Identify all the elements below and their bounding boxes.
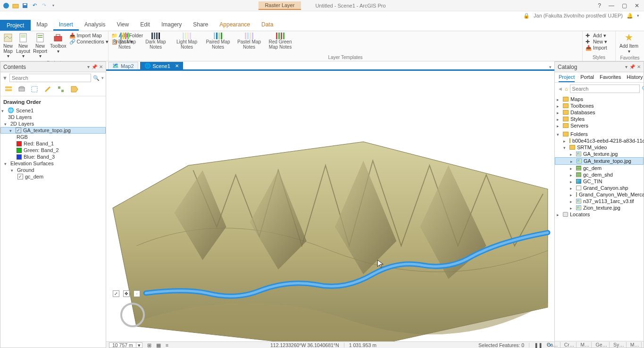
tab-insert[interactable]: Insert: [53, 20, 79, 31]
pin-icon[interactable]: 📌: [629, 64, 635, 69]
catalog-node-styles[interactable]: Styles: [555, 116, 644, 122]
gc-dem-checkbox[interactable]: ✓: [17, 174, 23, 179]
list-by-label-icon[interactable]: [70, 85, 79, 93]
scene-node[interactable]: 🌐Scene1: [0, 107, 106, 114]
catalog-file[interactable]: n37_w113_1arc_v3.tif: [555, 198, 644, 204]
close-icon[interactable]: ✕: [635, 2, 639, 9]
tab-map[interactable]: Map: [31, 20, 53, 31]
tab-view[interactable]: View: [111, 20, 134, 31]
catalog-tab-history[interactable]: History: [627, 74, 643, 82]
catalog-search-input[interactable]: [570, 85, 640, 93]
open-icon[interactable]: [12, 2, 19, 9]
srtm-folder-node[interactable]: SRTM_video: [555, 144, 644, 151]
new-report-button[interactable]: New Report ▾: [33, 33, 47, 59]
toolbox-button[interactable]: Toolbox ▾: [50, 33, 66, 54]
catalog-tab-portal[interactable]: Portal: [580, 74, 594, 82]
add-item-button[interactable]: ★Add Item ▾: [619, 33, 639, 54]
close-tab-icon[interactable]: ✕: [175, 63, 179, 68]
catalog-file[interactable]: Grand_Canyon_Web_Mercator.shp: [555, 191, 644, 198]
catalog-file[interactable]: GC_TIN: [555, 178, 644, 185]
view-tab-scene1[interactable]: 🌐Scene1✕: [140, 62, 183, 69]
view-tabs-menu-icon[interactable]: ▾: [546, 65, 554, 69]
map-notes-bright-map-notes[interactable]: Bright Map Notes: [111, 33, 138, 50]
map-notes-paired-map-notes[interactable]: Paired Map Notes: [205, 33, 231, 50]
view-tab-map2[interactable]: 🗺️Map2: [108, 62, 138, 69]
save-icon[interactable]: [22, 2, 28, 9]
catalog-tab-favorites[interactable]: Favorites: [600, 74, 621, 82]
tab-data[interactable]: Data: [256, 20, 279, 31]
catalog-node-toolboxes[interactable]: Toolboxes: [555, 102, 644, 109]
qat-customize-icon[interactable]: ▾: [50, 2, 57, 9]
tab-edit[interactable]: Edit: [134, 20, 156, 31]
catalog-file[interactable]: Grand_Canyon.shp: [555, 185, 644, 191]
tab-analysis[interactable]: Analysis: [79, 20, 111, 31]
close-panel-icon[interactable]: ✕: [637, 64, 641, 69]
tab-appearance[interactable]: Appearance: [214, 20, 256, 31]
tab-share[interactable]: Share: [187, 20, 214, 31]
map-notes-pastel-map-notes[interactable]: Pastel Map Notes: [236, 33, 262, 50]
styles-import-button[interactable]: 📥Import: [585, 45, 607, 51]
list-by-snap-icon[interactable]: [57, 85, 66, 93]
locators-node[interactable]: Locators: [555, 211, 644, 218]
list-by-selection-icon[interactable]: [31, 85, 39, 93]
status-tab[interactable]: Cr…: [562, 342, 577, 348]
status-tool-icon-3[interactable]: ≡: [166, 342, 168, 348]
list-by-editing-icon[interactable]: [44, 85, 52, 93]
hash-folder-node[interactable]: b00e41c3-eebd-4218-a83d-11daac45: [555, 137, 644, 144]
map-notes-light-map-notes[interactable]: Light Map Notes: [174, 33, 200, 50]
explore-icon[interactable]: ✥: [123, 290, 130, 297]
full-extent-icon[interactable]: ⤢: [113, 290, 119, 297]
status-tab[interactable]: M…: [628, 342, 642, 348]
import-map-button[interactable]: 📥Import Map: [69, 33, 109, 38]
minimize-icon[interactable]: —: [609, 2, 614, 9]
list-by-source-icon[interactable]: [17, 85, 26, 93]
pin-icon[interactable]: 📌: [92, 64, 97, 69]
catalog-file[interactable]: GA_texture.jpg: [555, 151, 644, 157]
filter-icon[interactable]: ▼: [2, 75, 8, 81]
pause-icon[interactable]: ❚❚: [534, 342, 543, 348]
catalog-tab-project[interactable]: Project: [559, 74, 575, 82]
gc-dem-layer[interactable]: ✓gc_dem: [0, 173, 106, 180]
back-icon[interactable]: ◄: [558, 86, 563, 92]
styles-add-button[interactable]: ✚Add ▾: [585, 33, 607, 38]
connections-button[interactable]: 🔗Connections ▾: [69, 39, 109, 44]
signed-in-user[interactable]: Jan (Fakulta životního prostředí UJEP): [534, 13, 623, 18]
2d-layers-node[interactable]: 2D Layers: [0, 120, 106, 127]
tab-project[interactable]: Project: [0, 20, 31, 31]
scale-selector[interactable]: 10 757 m▾: [109, 342, 142, 348]
catalog-file[interactable]: gc_dem: [555, 165, 644, 171]
search-icon[interactable]: 🔍: [93, 75, 100, 81]
status-tab[interactable]: Ca…: [545, 342, 560, 348]
search-icon[interactable]: 🔍: [642, 86, 644, 92]
home-icon[interactable]: ⌂: [565, 86, 568, 92]
redo-icon[interactable]: ↷: [41, 2, 47, 9]
status-tab[interactable]: M…: [578, 342, 592, 348]
undo-icon[interactable]: ↶: [31, 2, 38, 9]
compass-icon[interactable]: [120, 303, 145, 327]
styles-new-button[interactable]: ✚New ▾: [585, 39, 607, 44]
elevation-surfaces-node[interactable]: Elevation Surfaces: [0, 160, 106, 167]
layer-visibility-checkbox[interactable]: ✓: [16, 127, 21, 133]
navigator-icon[interactable]: ·: [134, 290, 140, 297]
catalog-node-servers[interactable]: Servers: [555, 122, 644, 129]
3d-layers-node[interactable]: 3D Layers: [0, 114, 106, 120]
panel-menu-icon[interactable]: ▾: [625, 64, 627, 69]
contents-search-input[interactable]: [9, 74, 91, 82]
catalog-node-databases[interactable]: Databases: [555, 109, 644, 116]
chevron-down-icon[interactable]: ▾: [637, 13, 639, 18]
maximize-icon[interactable]: ▢: [622, 2, 627, 9]
status-tool-icon-1[interactable]: ⊞: [147, 342, 151, 348]
map-notes-red-green-map-notes[interactable]: Red Green Map Notes: [267, 33, 293, 50]
help-icon[interactable]: ?: [598, 2, 601, 9]
search-menu-icon[interactable]: ▾: [101, 76, 104, 80]
list-by-drawing-icon[interactable]: [4, 85, 13, 93]
status-tab[interactable]: Ge…: [594, 342, 610, 348]
panel-menu-icon[interactable]: ▾: [87, 64, 90, 69]
notifications-icon[interactable]: 🔔: [627, 13, 633, 19]
catalog-file[interactable]: Zion_texture.jpg: [555, 204, 644, 211]
new-layout-button[interactable]: New Layout ▾: [16, 33, 30, 59]
tab-imagery[interactable]: Imagery: [156, 20, 187, 31]
status-tab[interactable]: Sy…: [611, 342, 627, 348]
map-notes-dark-map-notes[interactable]: Dark Map Notes: [142, 33, 169, 50]
scene-viewport[interactable]: ⤢ ✥ ·: [106, 71, 554, 341]
